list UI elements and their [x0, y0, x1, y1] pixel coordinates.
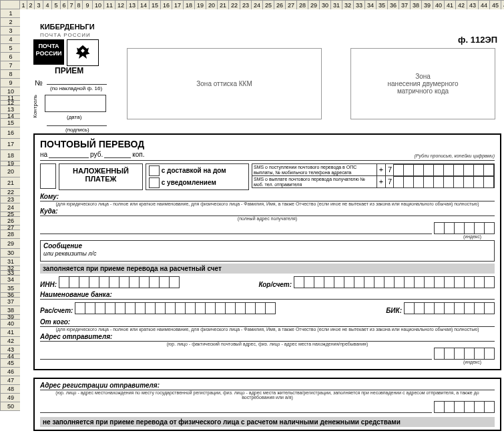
corner-cell[interactable]	[0, 0, 20, 9]
bank-label: Наименование банка:	[40, 291, 112, 298]
date-label: (дата)	[67, 114, 81, 120]
amount-words-line[interactable]	[40, 159, 495, 161]
kor-label: Кор/счет:	[258, 281, 292, 288]
index-label-2: (индекс)	[40, 360, 495, 364]
priem-label: ПРИЕМ	[55, 66, 83, 75]
index-cells-1[interactable]	[435, 222, 495, 234]
main-frame: ПОЧТОВЫЙ ПЕРЕВОД на руб. коп. (Рубли про…	[33, 133, 501, 370]
rub-label: руб.	[90, 151, 103, 158]
index-cells-2[interactable]	[435, 348, 495, 360]
spreadsheet-grid: 1234567891011121314151617181920212223242…	[0, 0, 504, 433]
otkogo-note: (для юридического лица - полное или крат…	[40, 327, 495, 332]
matrix-code-zone: Зона нанесения двумерного матричного код…	[350, 48, 495, 119]
kuda-note: (полный адрес получателя)	[40, 216, 495, 221]
sms1-cells[interactable]	[394, 164, 494, 176]
kkm-zone: Зона оттиска ККМ	[127, 48, 322, 119]
rub-note: (Рубли прописью, копейки цифрами)	[414, 153, 495, 158]
ras-cells[interactable]	[75, 302, 276, 314]
signature-label: (подпись)	[65, 127, 89, 133]
number-note: (по накладной ф. 16)	[50, 85, 102, 91]
bank-line[interactable]	[40, 298, 495, 300]
kuda-line2[interactable]	[40, 233, 432, 234]
adr-reg-label: Адрес регистрации отправителя:	[40, 382, 160, 389]
brand-subtitle: ПОЧТА РОССИИ	[40, 32, 91, 38]
number-line	[47, 84, 107, 85]
adr-send-note: (юр. лицо - фактический почтовый адрес, …	[40, 342, 495, 346]
brand-title: КИБЕРДЕНЬГИ	[40, 23, 95, 31]
komu-note: (для юридического лица - полное или крат…	[40, 201, 495, 206]
row-headers[interactable]: 1234567891011121314151617181920212223242…	[0, 9, 21, 411]
gray-header-2: не заполняется при приеме перевода от фи…	[40, 417, 495, 427]
gray-header-1: заполняется при приеме перевода на расче…	[40, 264, 495, 274]
sms2-label: SMS о выплате почтового перевода получат…	[252, 177, 376, 187]
registration-frame: Адрес регистрации отправителя: (юр. лицо…	[33, 378, 501, 431]
inn-cells[interactable]	[59, 276, 180, 288]
ras-label: Рас/счет:	[40, 307, 73, 314]
plus2: +	[376, 176, 385, 187]
bik-cells[interactable]	[405, 302, 495, 314]
kop-field[interactable]	[104, 157, 131, 158]
number-symbol: №	[35, 79, 43, 87]
sms1-label: SMS о поступлении почтового перевода в О…	[252, 165, 376, 175]
eagle-logo	[67, 39, 99, 66]
adr-send-label: Адрес отправителя:	[40, 333, 112, 340]
date-box[interactable]	[45, 95, 106, 112]
rub-field[interactable]	[49, 157, 89, 158]
otkogo-label: От кого:	[40, 318, 70, 326]
kuda-label: Куда:	[40, 207, 58, 215]
komu-label: Кому:	[40, 193, 59, 200]
control-label: Контроль	[32, 95, 38, 118]
plus1: +	[376, 164, 385, 175]
na-label: на	[40, 151, 47, 158]
msg-sub: или реквизиты л/с	[43, 250, 96, 257]
notify-label: с уведомлением	[162, 179, 216, 186]
msg-label: Сообщение	[43, 242, 82, 250]
index-label-1: (индекс)	[40, 234, 495, 239]
notify-checkbox[interactable]	[149, 177, 160, 188]
nalozh-checkbox[interactable]	[40, 163, 56, 189]
adr-reg-note: (юр. лицо - адрес местонахождения по мес…	[40, 390, 495, 400]
delivery-checkbox[interactable]	[149, 165, 160, 176]
adr-reg-line2[interactable]	[40, 412, 432, 413]
delivery-label: с доставкой на дом	[162, 167, 226, 174]
signature-line	[47, 125, 107, 126]
bik-label: БИК:	[386, 307, 402, 314]
kor-cells[interactable]	[294, 276, 495, 288]
form-code: ф. 112ЭП	[458, 35, 497, 45]
index-cells-3[interactable]	[435, 401, 495, 413]
sms2-cells[interactable]	[394, 176, 494, 188]
nalozh-label: НАЛОЖЕННЫЙ ПЛАТЕЖ	[59, 163, 143, 190]
inn-label: ИНН:	[40, 281, 57, 288]
worksheet: КИБЕРДЕНЬГИ ПОЧТА РОССИИ ПОЧТА РОССИИ ПР…	[20, 9, 504, 433]
eagle-icon	[73, 43, 93, 63]
pochta-logo: ПОЧТА РОССИИ	[33, 39, 64, 65]
adr-send-line2[interactable]	[40, 358, 432, 360]
kop-label: коп.	[132, 151, 144, 158]
transfer-title: ПОЧТОВЫЙ ПЕРЕВОД	[40, 139, 495, 149]
